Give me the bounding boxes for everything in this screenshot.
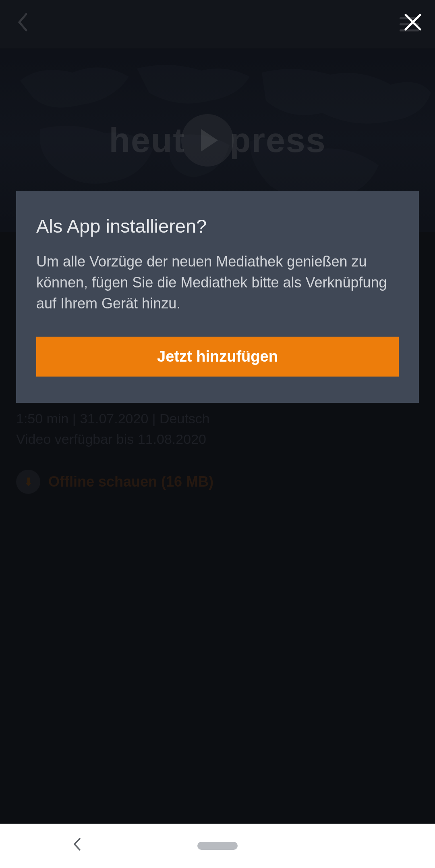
- system-back-icon[interactable]: [72, 837, 81, 855]
- modal-body: Um alle Vorzüge der neuen Mediathek geni…: [36, 251, 399, 314]
- system-home-pill[interactable]: [197, 842, 238, 850]
- system-navigation-bar: [0, 824, 435, 868]
- modal-title: Als App installieren?: [36, 215, 399, 237]
- modal-backdrop[interactable]: [0, 0, 435, 824]
- add-now-button[interactable]: Jetzt hinzufügen: [36, 337, 399, 377]
- install-app-modal: Als App installieren? Um alle Vorzüge de…: [16, 191, 419, 403]
- app-container: heut press Kurznachrichten im ZDF - imme…: [0, 0, 435, 824]
- close-icon[interactable]: [403, 12, 423, 32]
